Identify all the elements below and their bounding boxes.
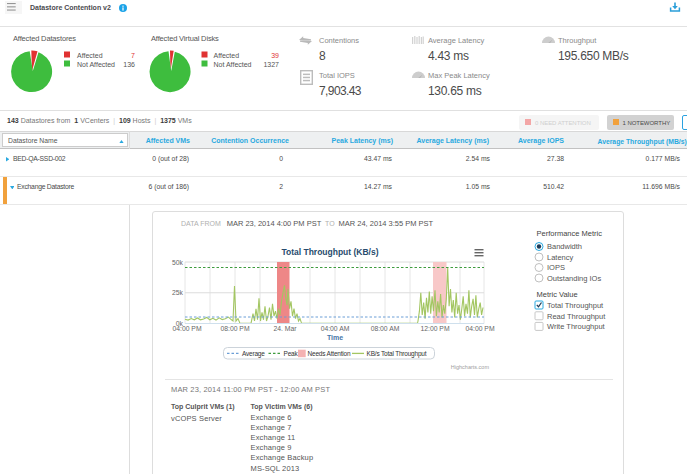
svg-text:08:00 AM: 08:00 AM — [371, 325, 400, 332]
svg-text:12:00 PM: 12:00 PM — [420, 325, 449, 332]
svg-text:Highcharts.com: Highcharts.com — [451, 364, 490, 370]
svg-text:KB/s Total Throughput: KB/s Total Throughput — [367, 350, 427, 358]
svg-text:25k: 25k — [172, 289, 184, 296]
svg-text:50k: 50k — [172, 259, 184, 266]
svg-text:04:00 PM: 04:00 PM — [172, 325, 201, 332]
svg-text:Average: Average — [242, 350, 265, 358]
svg-text:Total Throughput (KB/s): Total Throughput (KB/s) — [281, 247, 378, 257]
svg-text:Time: Time — [327, 334, 343, 341]
svg-text:04:00 AM: 04:00 AM — [321, 325, 350, 332]
svg-text:24. Mar: 24. Mar — [273, 325, 297, 332]
svg-text:04:00 PM: 04:00 PM — [465, 325, 494, 332]
svg-text:08:00 PM: 08:00 PM — [220, 325, 249, 332]
svg-text:Peak: Peak — [284, 350, 299, 357]
svg-text:Needs Attention: Needs Attention — [308, 350, 351, 357]
